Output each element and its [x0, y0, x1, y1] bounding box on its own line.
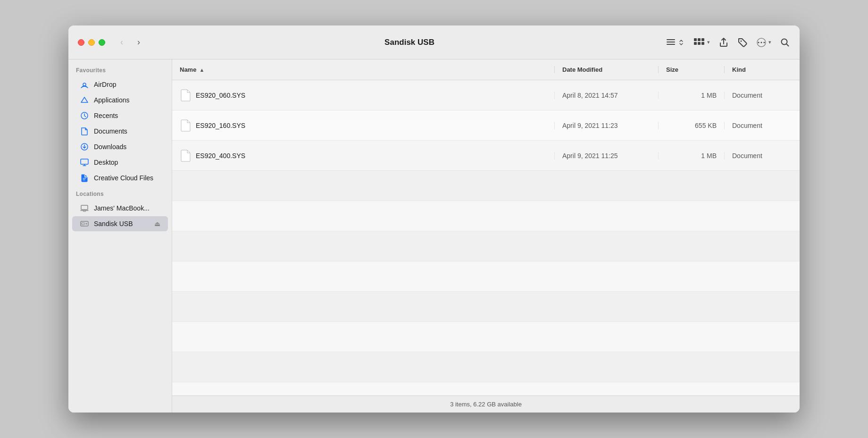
grid-chevron-icon: ▾ [707, 39, 710, 45]
list-view-icon [666, 37, 676, 48]
name-column-label: Name [180, 66, 196, 73]
grid-view-button[interactable]: ▾ [693, 37, 710, 48]
sidebar-item-desktop[interactable]: Desktop [72, 155, 168, 170]
empty-row [172, 322, 800, 352]
empty-row [172, 171, 800, 201]
svg-point-9 [741, 40, 742, 42]
file-kind-cell: Document [724, 152, 800, 160]
creative-cloud-label: Creative Cloud Files [94, 174, 153, 182]
file-name: ES920_160.SYS [196, 122, 245, 129]
svg-rect-5 [701, 38, 704, 41]
file-kind-cell: Document [724, 92, 800, 99]
column-date-modified[interactable]: Date Modified [554, 66, 658, 73]
sidebar-item-airdrop[interactable]: AirDrop [72, 77, 168, 92]
svg-rect-8 [701, 42, 704, 45]
empty-row [172, 292, 800, 322]
svg-rect-3 [694, 38, 697, 41]
svg-rect-18 [81, 159, 88, 164]
sidebar-item-sandisk[interactable]: Sandisk USB ⏏ [72, 216, 168, 231]
file-name: ES920_060.SYS [196, 92, 245, 99]
column-name[interactable]: Name ▲ [172, 66, 554, 73]
file-date-cell: April 8, 2021 14:57 [554, 92, 658, 99]
file-name-cell: ES920_160.SYS [172, 119, 554, 132]
sidebar-item-documents[interactable]: Documents [72, 124, 168, 139]
file-name: ES920_400.SYS [196, 152, 245, 160]
svg-rect-7 [698, 42, 701, 45]
empty-row [172, 352, 800, 382]
minimize-button[interactable] [88, 39, 95, 46]
file-size-cell: 1 MB [658, 92, 724, 99]
main-area: Favourites AirDrop [68, 59, 800, 413]
column-size[interactable]: Size [658, 66, 724, 73]
table-row[interactable]: ES920_400.SYS April 9, 2021 11:25 1 MB D… [172, 141, 800, 171]
documents-label: Documents [94, 127, 127, 135]
grid-view-icon [693, 37, 705, 48]
file-kind-cell: Document [724, 122, 800, 129]
eject-button[interactable]: ⏏ [154, 220, 160, 227]
svg-rect-22 [82, 223, 84, 225]
svg-rect-6 [694, 42, 697, 45]
table-row[interactable]: ES920_160.SYS April 9, 2021 11:23 655 KB… [172, 110, 800, 141]
share-button[interactable] [718, 37, 729, 48]
svg-point-10 [758, 42, 760, 43]
file-icon [180, 119, 191, 132]
svg-rect-2 [667, 44, 675, 45]
sidebar-item-applications[interactable]: Applications [72, 93, 168, 108]
favourites-label: Favourites [68, 67, 172, 76]
drive-icon [80, 219, 89, 228]
filelist-header: Name ▲ Date Modified Size Kind [172, 59, 800, 80]
table-row[interactable]: ES920_060.SYS April 8, 2021 14:57 1 MB D… [172, 80, 800, 110]
tag-icon [737, 37, 748, 48]
status-text: 3 items, 6.22 GB available [450, 401, 522, 408]
empty-row [172, 201, 800, 231]
empty-row [172, 261, 800, 292]
downloads-label: Downloads [94, 143, 126, 151]
empty-row [172, 231, 800, 261]
toolbar-right: ▾ [666, 37, 790, 48]
back-button[interactable]: ‹ [115, 35, 129, 50]
more-button[interactable]: ▾ [756, 37, 771, 48]
creative-cloud-icon [80, 173, 89, 183]
documents-icon [80, 126, 89, 136]
forward-button[interactable]: › [132, 35, 146, 50]
file-size-cell: 1 MB [658, 152, 724, 160]
applications-label: Applications [94, 96, 130, 104]
macbook-label: James' MacBook... [94, 204, 150, 212]
titlebar: ‹ › Sandisk USB [68, 25, 800, 59]
traffic-lights [78, 39, 105, 46]
sandisk-label: Sandisk USB [94, 220, 133, 227]
search-icon [780, 37, 790, 48]
filelist-body: ES920_060.SYS April 8, 2021 14:57 1 MB D… [172, 80, 800, 396]
column-kind[interactable]: Kind [724, 66, 800, 73]
airdrop-label: AirDrop [94, 81, 116, 88]
file-date-cell: April 9, 2021 11:25 [554, 152, 658, 160]
airdrop-icon [80, 80, 89, 89]
status-bar: 3 items, 6.22 GB available [172, 396, 800, 413]
svg-rect-19 [81, 205, 88, 210]
chevron-up-down-icon [678, 39, 684, 46]
close-button[interactable] [78, 39, 84, 46]
window-title: Sandisk USB [153, 38, 666, 47]
locations-label: Locations [68, 191, 172, 200]
file-name-cell: ES920_400.SYS [172, 149, 554, 162]
fullscreen-button[interactable] [99, 39, 105, 46]
svg-point-11 [761, 42, 762, 43]
file-name-cell: ES920_060.SYS [172, 89, 554, 102]
finder-window: ‹ › Sandisk USB [68, 25, 800, 413]
empty-row [172, 382, 800, 396]
view-toggle-button[interactable] [666, 37, 684, 48]
sidebar-item-creative-cloud[interactable]: Creative Cloud Files [72, 170, 168, 185]
file-date-cell: April 9, 2021 11:23 [554, 122, 658, 129]
desktop-icon [80, 158, 89, 167]
sidebar-item-macbook[interactable]: James' MacBook... [72, 201, 168, 216]
recents-label: Recents [94, 112, 118, 119]
tag-button[interactable] [737, 37, 748, 48]
share-icon [718, 37, 729, 48]
laptop-icon [80, 203, 89, 213]
sidebar-item-recents[interactable]: Recents [72, 108, 168, 123]
svg-point-21 [86, 223, 87, 225]
search-button[interactable] [780, 37, 790, 48]
file-icon [180, 89, 191, 102]
sort-arrow-icon: ▲ [199, 67, 204, 73]
sidebar-item-downloads[interactable]: Downloads [72, 139, 168, 154]
